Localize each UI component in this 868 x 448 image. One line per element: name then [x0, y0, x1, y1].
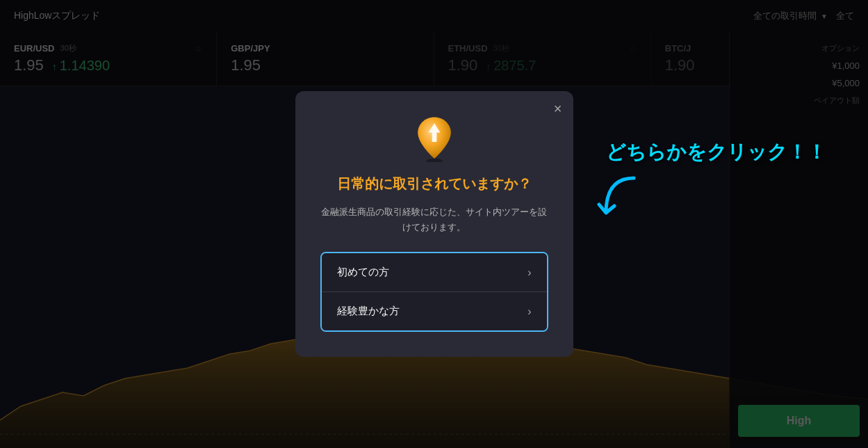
modal-dialog: × 日常的に取引されていますか？ 金融派生商品の取引経験に応じた、サイト内ツアー…: [295, 91, 573, 357]
modal-title: 日常的に取引されていますか？: [337, 175, 532, 193]
chevron-right-icon-2: ›: [527, 305, 531, 318]
modal-overlay: × 日常的に取引されていますか？ 金融派生商品の取引経験に応じた、サイト内ツアー…: [0, 0, 868, 448]
modal-buttons: 初めての方 › 経験豊かな方 ›: [320, 252, 548, 332]
modal-description: 金融派生商品の取引経験に応じた、サイト内ツアーを設けております。: [320, 205, 548, 235]
modal-close-button[interactable]: ×: [554, 101, 562, 117]
pin-icon: [411, 115, 458, 162]
experienced-button[interactable]: 経験豊かな方 ›: [322, 292, 547, 330]
chevron-right-icon: ›: [527, 266, 531, 279]
svg-point-1: [426, 159, 443, 162]
beginner-button[interactable]: 初めての方 ›: [322, 253, 547, 292]
pin-icon-wrap: [409, 113, 459, 163]
